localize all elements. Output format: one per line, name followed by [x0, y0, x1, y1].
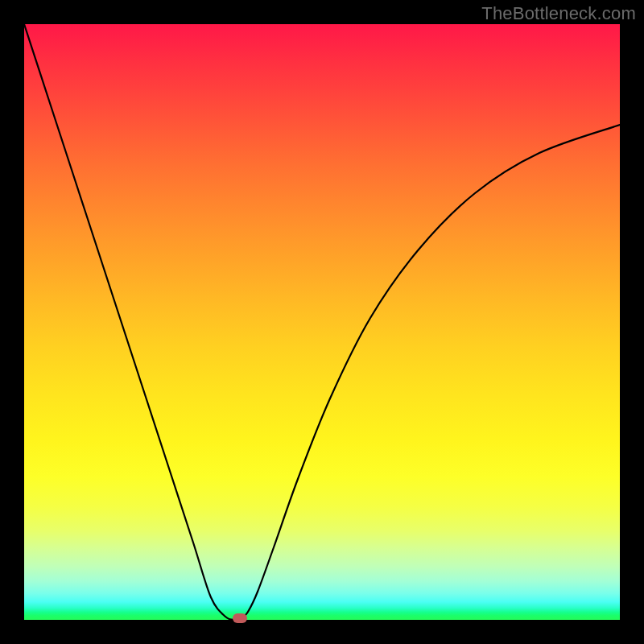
optimal-point-marker: [233, 613, 247, 623]
curve-path: [24, 24, 620, 620]
watermark-text: TheBottleneck.com: [481, 3, 636, 24]
bottleneck-curve: [24, 24, 620, 620]
